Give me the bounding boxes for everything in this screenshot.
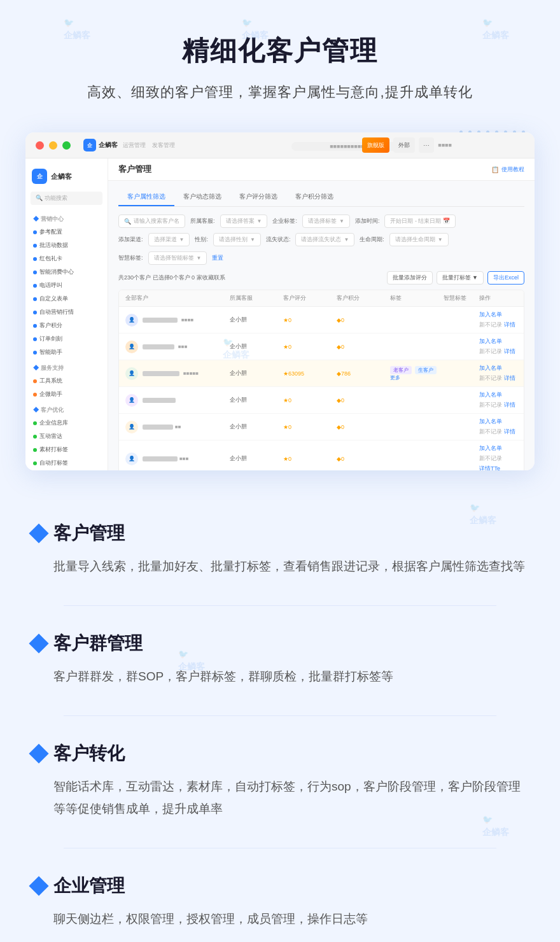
loss-select[interactable]: 请选择流失状态 ▼ [295,233,354,246]
enterprise-tag-select[interactable]: 请选择标签 ▼ [302,214,350,228]
add-to-list-btn[interactable]: 加入名单 [479,364,502,372]
batch-tag-btn[interactable]: 批量打标签 ▼ [437,271,484,285]
sidebar-item-tools[interactable]: 工具系统 [25,374,108,388]
sidebar-item-points[interactable]: 客户积分 [25,319,108,332]
record-btn[interactable]: 新不记录 [479,428,502,436]
tab-rating-filter[interactable]: 客户评分筛选 [230,188,286,206]
export-excel-btn[interactable]: 导出Excel [487,271,524,285]
customer-sub: ■■ [175,424,181,430]
record-btn[interactable]: 新不记录 [479,374,502,383]
batch-add-rating-btn[interactable]: 批量添加评分 [387,271,433,285]
smart-tag-select[interactable]: 请选择智能标签 ▼ [148,251,207,265]
sidebar-item-activity[interactable]: 批活动数据 [25,239,108,252]
avatar: 👤 [125,341,138,353]
row-actions: 加入名单 新不记录 详情 [479,337,517,356]
sidebar-item-order[interactable]: 订单剑刻 [25,332,108,346]
page-subtitle: 高效、细致的客户管理，掌握客户属性与意向,提升成单转化 [25,83,535,102]
loss-chevron: ▼ [344,237,349,243]
gender-chevron: ▼ [250,237,255,243]
owner-select[interactable]: 请选择答案 ▼ [220,214,268,228]
detail-btn-tte[interactable]: 详情TTe [479,465,500,470]
record-btn[interactable]: 新不记录 [479,321,502,329]
help-icon: 📋 [491,166,499,173]
add-to-list-btn[interactable]: 加入名单 [479,337,502,346]
sidebar-item-phone[interactable]: 电话呼叫 [25,279,108,292]
detail-btn[interactable]: 详情 [504,321,515,329]
record-btn[interactable]: 新不记录 [479,401,502,409]
add-to-list-btn[interactable]: 加入名单 [479,311,502,319]
sidebar-item-config[interactable]: 参考配置 [25,225,108,239]
detail-btn[interactable]: 详情 [504,348,515,356]
col-owner: 所属客服 [230,294,281,302]
main-title: 客户管理 [118,164,151,175]
lifetime-label: 生命周期: [360,236,384,244]
sidebar-item-form[interactable]: 自定义表单 [25,292,108,306]
sidebar-item-radar[interactable]: 互动雷达 [25,430,108,443]
close-button[interactable] [36,141,44,150]
sidebar-item-smart-consumer[interactable]: 智能消费中心 [25,265,108,279]
add-to-list-btn[interactable]: 加入名单 [479,418,502,426]
sidebar-item-auto-marketing[interactable]: 自动营销行情 [25,306,108,319]
sidebar-item-friend-sign[interactable]: 好友签进 [25,470,108,470]
owner-name: 企小胆 [230,316,281,324]
owner-label: 所属客服: [190,217,215,225]
diamond-icon-2 [29,634,48,654]
sidebar-section-customer-opt: ◆ 客户优化 [25,401,108,416]
app-name: 企鳞客 [99,141,118,150]
owner-placeholder: 请选择答案 [226,217,255,225]
lifetime-select[interactable]: 请选择生命周期 ▼ [389,233,449,246]
detail-btn[interactable]: 详情 [504,374,515,383]
detail-btn[interactable]: 详情 [504,428,515,436]
sidebar-item-redpack[interactable]: 红包礼卡 [25,252,108,265]
table-header: 全部客户 所属客服 客户评分 客户积分 标签 智慧标签 操作 [119,290,524,307]
search-customer-input[interactable]: 🔍 请输入搜索客户名 [118,214,185,228]
col-actions: 操作 [479,294,517,302]
feature-title-4: 企业管理 [32,874,528,898]
row-actions: 加入名单 新不记录 详情 [479,418,517,436]
record-btn[interactable]: 新不记录 [479,348,502,356]
expand-tags[interactable]: 更多 [390,375,400,381]
sidebar-item-auto-tag[interactable]: 自动打标签 [25,456,108,470]
add-time-label: 添加时间: [355,217,380,225]
feature-title-1: 客户管理 [32,521,528,545]
maximize-button[interactable] [62,141,71,150]
col-smart-tags: 智慧标签 [444,294,477,302]
add-time-date-range[interactable]: 开始日期 - 结束日期 📅 [384,214,456,228]
features-section: 🐦 企鳞客 🐦 企鳞客 🐦 企鳞客 客户管理 批量导入线索，批量加好友、批量打标… [0,496,560,942]
sidebar-logo: 企 企鳞客 [25,164,108,192]
reset-button[interactable]: 重置 [212,254,223,262]
loss-label: 流失状态: [266,236,291,244]
add-channel-select[interactable]: 选择渠道 ▼ [148,233,190,246]
add-to-list-btn[interactable]: 加入名单 [479,391,502,399]
sidebar-item-company-lib[interactable]: 企业信息库 [25,416,108,430]
owner-name: 企小胆 [230,342,281,351]
customer-name-cell: 👤 ■■ [125,421,227,433]
feature-heading-4: 企业管理 [53,874,125,898]
sidebar-item-assistant[interactable]: 企微助手 [25,388,108,401]
feature-title-2: 客户群管理 [32,631,528,656]
add-to-list-btn[interactable]: 加入名单 [479,444,502,453]
topbar-actions: 📋 使用教程 [491,165,524,174]
help-link[interactable]: 📋 使用教程 [491,165,524,174]
sidebar-item-smart[interactable]: 智能助手 [25,346,108,359]
sidebar-search[interactable]: 🔍 功能搜索 [31,192,102,205]
feature-title-3: 客户转化 [32,742,528,766]
tab-dynamic-filter[interactable]: 客户动态筛选 [174,188,230,206]
enterprise-tag-label: 企业标签: [272,217,297,225]
detail-btn[interactable]: 详情 [504,401,515,409]
gender-select[interactable]: 请选择性别 ▼ [213,233,261,246]
table-row: 👤 企小胆 ★0 ◆0 加入名单 新不记录 详情 [119,387,524,414]
owner-name: 企小胆 [230,396,281,404]
sidebar-item-material-tag[interactable]: 素材打标签 [25,443,108,456]
tab-attribute-filter[interactable]: 客户属性筛选 [118,188,174,206]
minimize-button[interactable] [49,141,57,150]
score-value: ◆786 [337,370,388,377]
customer-name-cell: 👤 ■■■ [125,341,227,353]
record-btn[interactable]: 新不记录 [479,454,502,463]
customer-count-text: 共230个客户 已选择0个客户 0 家收藏联系 [118,274,225,282]
col-score: 客户积分 [337,294,388,302]
owner-chevron: ▼ [257,218,262,224]
tab-points-filter[interactable]: 客户积分筛选 [286,188,342,206]
smart-tag-placeholder: 请选择智能标签 [154,254,194,262]
score-value: ◆0 [337,344,388,350]
